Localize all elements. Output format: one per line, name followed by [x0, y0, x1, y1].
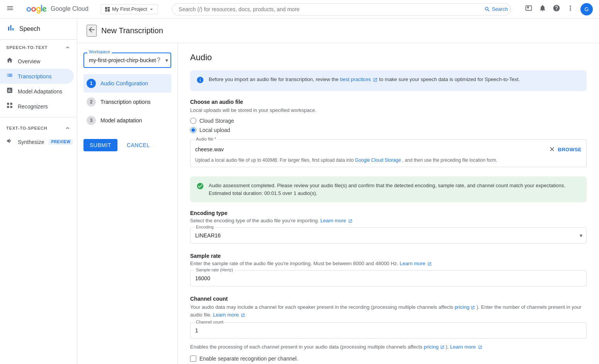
- preview-badge: PREVIEW: [49, 139, 73, 145]
- step-number-3: 3: [87, 116, 96, 125]
- sidebar-item-overview[interactable]: Overview: [0, 54, 74, 69]
- info-banner: Before you import an audio file for tran…: [190, 70, 587, 91]
- sample-rate-desc: Enter the sample rate of the audio file …: [190, 261, 587, 266]
- back-button[interactable]: [87, 25, 97, 37]
- cloud-storage-label: Cloud Storage: [199, 118, 234, 124]
- wizard-panel: Workspace my-first-project-chirp-bucket-…: [77, 43, 178, 364]
- text-to-speech-section[interactable]: Text-to-Speech: [0, 120, 77, 134]
- search-button[interactable]: Search: [484, 6, 508, 12]
- cancel-button[interactable]: CANCEL: [121, 139, 156, 151]
- main-layout: Speech Speech-to-Text Overview Transcrip…: [0, 19, 599, 364]
- wizard-step-3[interactable]: 3 Model adaptation: [83, 111, 171, 130]
- home-icon: [6, 57, 13, 66]
- workspace-help-icon[interactable]: ?: [157, 57, 160, 64]
- sidebar-item-recognizers[interactable]: Recognizers: [0, 99, 74, 114]
- page-header: New Transcription: [77, 19, 599, 43]
- sidebar-label-overview: Overview: [18, 58, 40, 64]
- encoding-select-wrapper: Encoding LINEAR16 ▾: [190, 227, 587, 244]
- synthesize-icon: [6, 137, 13, 146]
- sample-rate-input-wrapper: Sample rate (Hertz): [190, 270, 587, 286]
- speech-to-text-section[interactable]: Speech-to-Text: [0, 40, 77, 54]
- audio-file-field: Audio file * cheese.wav ✕ BROWSE Upload …: [190, 139, 587, 167]
- source-radio-group: Cloud Storage Local upload: [190, 118, 587, 133]
- info-icon: [196, 76, 204, 86]
- workspace-selector: Workspace my-first-project-chirp-bucket-…: [83, 52, 171, 68]
- menu-icon[interactable]: [6, 4, 14, 14]
- cloud-storage-option[interactable]: Cloud Storage: [190, 118, 587, 124]
- cloud-storage-radio[interactable]: [190, 118, 196, 124]
- encoding-learn-more-link[interactable]: Learn more: [320, 218, 352, 223]
- project-selector[interactable]: My First Project: [101, 4, 158, 14]
- sidebar-label-recognizers: Recognizers: [18, 103, 48, 110]
- sidebar-item-transcriptions[interactable]: Transcriptions: [0, 69, 74, 84]
- search-bar: Search: [172, 3, 511, 15]
- channel-count-group: Channel count Your audio data may includ…: [190, 296, 587, 362]
- main-panel: Audio Before you import an audio file fo…: [178, 43, 599, 364]
- channel-count-field-label: Channel count: [194, 320, 225, 324]
- search-input[interactable]: [172, 3, 511, 15]
- cloud-text: Google Cloud: [51, 4, 93, 14]
- channel-count-input-wrapper: Channel count: [190, 322, 587, 339]
- audio-file-label: Audio file *: [194, 137, 218, 141]
- encoding-title: Encoding type: [190, 210, 587, 216]
- sidebar-app-header: Speech: [0, 19, 77, 40]
- choose-file-title: Choose an audio file: [190, 99, 587, 105]
- sidebar-item-model-adaptations[interactable]: Model Adaptations: [0, 84, 74, 99]
- more-icon[interactable]: [567, 4, 574, 14]
- project-name: My First Project: [112, 6, 147, 12]
- notification-icon[interactable]: [539, 4, 546, 14]
- channel-extra-learn-more-link[interactable]: Learn more: [450, 344, 482, 350]
- step-label-1: Audio Configuration: [100, 80, 148, 86]
- info-text: Before you import an audio file for tran…: [209, 76, 520, 83]
- best-practices-link[interactable]: best practices: [340, 76, 379, 82]
- gcs-link[interactable]: Google Cloud Storage: [355, 157, 402, 163]
- wizard-actions: SUBMIT CANCEL: [83, 139, 171, 151]
- success-banner: Audio assessment completed. Please revie…: [190, 176, 587, 202]
- browse-button[interactable]: BROWSE: [558, 147, 582, 152]
- audio-file-value: cheese.wav: [195, 146, 546, 152]
- sidebar-item-synthesize[interactable]: Synthesize PREVIEW: [0, 134, 74, 149]
- success-icon: [196, 182, 204, 192]
- svg-text:Google Cloud: Google Cloud: [51, 5, 88, 12]
- separate-recognition-label: Enable separate recognition per channel.: [199, 356, 298, 362]
- content-body: Workspace my-first-project-chirp-bucket-…: [77, 43, 599, 364]
- local-upload-option[interactable]: Local upload: [190, 127, 587, 133]
- separate-recognition-checkbox[interactable]: [190, 356, 196, 362]
- sample-rate-field-label: Sample rate (Hertz): [194, 267, 235, 272]
- sidebar-label-synthesize: Synthesize: [18, 139, 44, 145]
- sample-rate-learn-more-link[interactable]: Learn more: [400, 261, 432, 266]
- step-number-1: 1: [87, 79, 96, 88]
- choose-file-desc: Local uploads will be stored in your spe…: [190, 107, 587, 113]
- step-label-2: Transcription options: [100, 99, 150, 105]
- submit-button[interactable]: SUBMIT: [83, 139, 117, 151]
- pricing-link-1[interactable]: pricing: [454, 304, 476, 310]
- audio-file-hint: Upload a local audio file of up to 400MB…: [195, 157, 582, 164]
- separate-recognition-row: Enable separate recognition per channel.: [190, 356, 587, 362]
- sidebar-label-model-adaptations: Model Adaptations: [18, 88, 62, 95]
- wizard-step-1[interactable]: 1 Audio Configuration: [83, 74, 171, 93]
- pricing-link-2[interactable]: pricing: [424, 344, 446, 350]
- choose-file-group: Choose an audio file Local uploads will …: [190, 99, 587, 167]
- sample-rate-input[interactable]: [191, 271, 586, 286]
- sidebar-label-transcriptions: Transcriptions: [18, 73, 51, 80]
- sidebar-divider: [0, 117, 77, 117]
- step-label-3: Model adaptation: [100, 117, 142, 124]
- encoding-select[interactable]: LINEAR16: [191, 228, 586, 243]
- terminal-icon[interactable]: [525, 4, 533, 14]
- audio-file-input-row: cheese.wav ✕ BROWSE: [195, 145, 582, 154]
- workspace-label: Workspace: [87, 49, 112, 54]
- audio-file-clear-icon[interactable]: ✕: [549, 145, 555, 154]
- channel-extra-desc: Enables the processing of each channel p…: [190, 343, 587, 351]
- help-icon[interactable]: [553, 4, 560, 14]
- grid-icon: [6, 102, 13, 111]
- channel-learn-more-link[interactable]: Learn more: [213, 312, 245, 318]
- app-title: Speech: [19, 25, 40, 32]
- local-upload-radio[interactable]: [190, 127, 196, 133]
- topbar-icons: G: [525, 3, 593, 15]
- encoding-field-label: Encoding: [194, 225, 215, 229]
- wizard-step-2[interactable]: 2 Transcription options: [83, 93, 171, 111]
- list-icon: [6, 72, 13, 81]
- channel-count-input[interactable]: [191, 323, 586, 338]
- avatar[interactable]: G: [580, 3, 593, 15]
- local-upload-label: Local upload: [199, 127, 230, 133]
